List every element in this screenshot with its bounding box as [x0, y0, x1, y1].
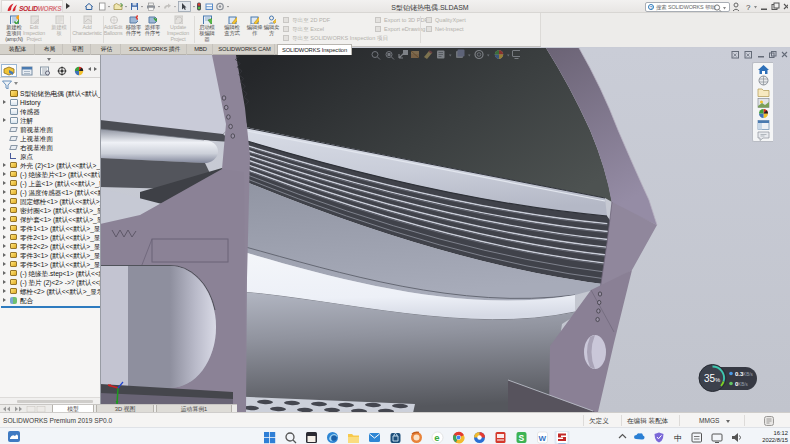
svg-text:SOLIDWORKS: SOLIDWORKS	[19, 5, 62, 12]
svg-text:0.3KB/s: 0.3KB/s	[735, 371, 754, 377]
svg-text:中: 中	[674, 434, 682, 443]
svg-text:W: W	[539, 433, 547, 442]
svg-text:e: e	[434, 432, 439, 443]
svg-text:S: S	[519, 433, 525, 443]
svg-text:?: ?	[746, 3, 751, 12]
svg-text:0KB/s: 0KB/s	[735, 381, 749, 387]
